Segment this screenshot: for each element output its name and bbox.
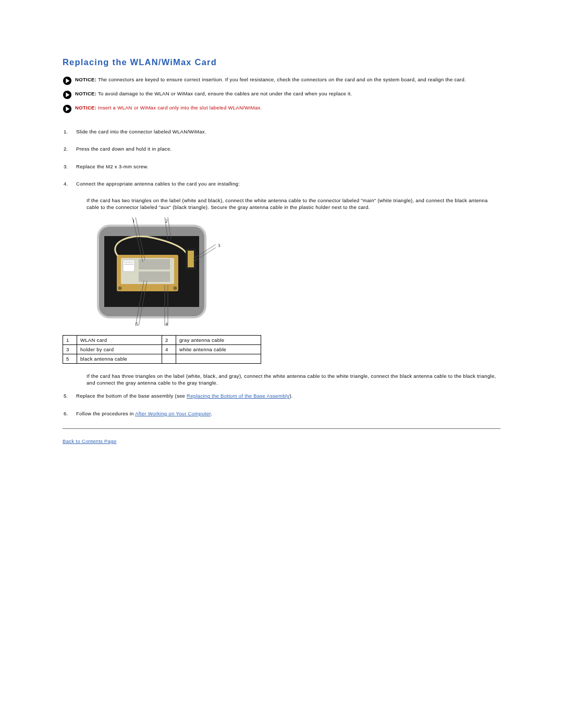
link-replace-base-assembly[interactable]: Replacing the Bottom of the Base Assembl… [187, 393, 289, 399]
notice-icon [63, 104, 72, 114]
callout-label-empty [176, 354, 261, 363]
step-3: Replace the M2 x 3-mm screw. [73, 163, 500, 170]
step-4-text: Connect the appropriate antenna cables t… [76, 181, 240, 187]
steps-list: Slide the card into the connector labele… [63, 128, 500, 187]
notice-body: The connectors are keyed to ensure corre… [98, 77, 466, 82]
notice-text: NOTICE: The connectors are keyed to ensu… [75, 77, 466, 83]
step-5-post: ). [289, 393, 292, 399]
callout-num: 5 [63, 354, 77, 363]
callout-num: 2 [162, 335, 176, 344]
svg-point-17 [174, 286, 177, 290]
diagram: 1 2 3 4 5 [87, 217, 500, 327]
callout-table: 1 WLAN card 2 gray antenna cable 3 holde… [63, 335, 261, 364]
steps-list-cont: Replace the bottom of the base assembly … [63, 392, 500, 417]
callout-label: holder by card [77, 344, 162, 354]
svg-rect-11 [123, 260, 134, 272]
step-4-para-1: If the card has two triangles on the lab… [87, 198, 500, 211]
step-1: Slide the card into the connector labele… [73, 128, 500, 135]
table-row: 1 WLAN card 2 gray antenna cable [63, 335, 261, 344]
table-row: 5 black antenna cable [63, 354, 261, 363]
back-link-wrap: Back to Contents Page [63, 438, 500, 444]
page-content: Replacing the WLAN/WiMax Card NOTICE: Th… [0, 0, 563, 465]
notice-body: Insert a WLAN or WiMax card only into th… [98, 105, 262, 110]
callout-num: 4 [162, 344, 176, 354]
diagram-label-5: 5 [136, 322, 138, 327]
callout-label: white antenna cable [176, 344, 261, 354]
section-title: Replacing the WLAN/WiMax Card [63, 57, 500, 67]
notice-icon [63, 90, 72, 100]
callout-num: 3 [63, 344, 77, 354]
callout-label: gray antenna cable [176, 335, 261, 344]
table-row: 3 holder by card 4 white antenna cable [63, 344, 261, 354]
step-2: Press the card down and hold it in place… [73, 145, 500, 152]
step-4: Connect the appropriate antenna cables t… [73, 180, 500, 187]
callout-label: black antenna cable [77, 354, 162, 363]
step-6-pre: Follow the procedures in [76, 411, 135, 416]
callout-label: WLAN card [77, 335, 162, 344]
notice-label: NOTICE: [75, 91, 96, 96]
notice-row: NOTICE: To avoid damage to the WLAN or W… [63, 91, 500, 100]
notice-label: NOTICE: [75, 105, 96, 110]
notice-row: NOTICE: Insert a WLAN or WiMax card only… [63, 105, 500, 114]
step-4-para-2: If the card has three triangles on the l… [87, 373, 500, 387]
link-after-working[interactable]: After Working on Your Computer [135, 411, 211, 416]
notice-text: NOTICE: Insert a WLAN or WiMax card only… [75, 105, 262, 112]
step-6-post: . [211, 411, 212, 416]
divider [63, 428, 500, 429]
diagram-label-3: 3 [218, 243, 221, 248]
callout-num: 1 [63, 335, 77, 344]
notice-row: NOTICE: The connectors are keyed to ensu… [63, 77, 500, 85]
notice-body: To avoid damage to the WLAN or WiMax car… [98, 91, 352, 96]
step-5: Replace the bottom of the base assembly … [73, 392, 500, 399]
notice-label: NOTICE: [75, 77, 96, 82]
step-5-pre: Replace the bottom of the base assembly … [76, 393, 187, 399]
back-to-contents-link[interactable]: Back to Contents Page [63, 438, 116, 444]
svg-rect-14 [139, 259, 170, 269]
notice-icon [63, 76, 72, 85]
diagram-label-1: 1 [132, 218, 135, 224]
diagram-label-4: 4 [165, 322, 168, 327]
svg-rect-15 [139, 272, 170, 282]
diagram-label-2: 2 [165, 218, 168, 224]
step-6: Follow the procedures in After Working o… [73, 410, 500, 417]
notice-text: NOTICE: To avoid damage to the WLAN or W… [75, 91, 352, 97]
callout-num-empty [162, 354, 176, 363]
svg-point-16 [118, 286, 122, 290]
